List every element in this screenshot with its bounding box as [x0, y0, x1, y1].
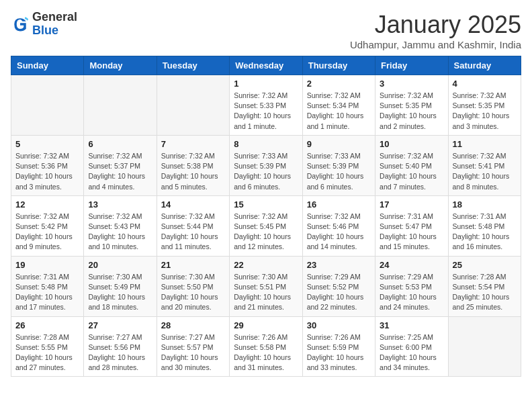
day-number: 11: [453, 139, 517, 149]
day-number: 5: [15, 139, 79, 149]
weekday-header-tuesday: Tuesday: [157, 56, 229, 75]
calendar-cell: 25Sunrise: 7:28 AM Sunset: 5:54 PM Dayli…: [448, 256, 521, 316]
day-number: 31: [380, 320, 443, 330]
day-info: Sunrise: 7:30 AM Sunset: 5:50 PM Dayligh…: [161, 272, 225, 313]
calendar-cell: [448, 316, 521, 377]
day-info: Sunrise: 7:33 AM Sunset: 5:39 PM Dayligh…: [307, 151, 371, 192]
day-number: 23: [307, 260, 371, 270]
weekday-header-saturday: Saturday: [448, 56, 521, 75]
calendar-cell: 13Sunrise: 7:32 AM Sunset: 5:43 PM Dayli…: [84, 195, 157, 256]
day-number: 12: [15, 199, 79, 210]
calendar-cell: [11, 75, 84, 136]
day-number: 3: [380, 79, 443, 89]
calendar-cell: 4Sunrise: 7:32 AM Sunset: 5:35 PM Daylig…: [448, 75, 521, 136]
day-info: Sunrise: 7:32 AM Sunset: 5:38 PM Dayligh…: [161, 151, 225, 192]
weekday-header-friday: Friday: [375, 56, 448, 75]
day-number: 22: [234, 260, 298, 270]
calendar-week-1: 1Sunrise: 7:32 AM Sunset: 5:33 PM Daylig…: [11, 75, 521, 136]
calendar-cell: 23Sunrise: 7:29 AM Sunset: 5:52 PM Dayli…: [302, 256, 375, 316]
day-info: Sunrise: 7:32 AM Sunset: 5:34 PM Dayligh…: [307, 91, 371, 132]
day-number: 27: [88, 320, 152, 330]
calendar-cell: 21Sunrise: 7:30 AM Sunset: 5:50 PM Dayli…: [157, 256, 229, 316]
day-number: 4: [453, 79, 517, 89]
day-info: Sunrise: 7:32 AM Sunset: 5:35 PM Dayligh…: [453, 91, 517, 132]
weekday-header-wednesday: Wednesday: [230, 56, 302, 75]
day-info: Sunrise: 7:30 AM Sunset: 5:49 PM Dayligh…: [88, 272, 152, 313]
day-info: Sunrise: 7:32 AM Sunset: 5:41 PM Dayligh…: [453, 151, 517, 192]
calendar-cell: 7Sunrise: 7:32 AM Sunset: 5:38 PM Daylig…: [157, 135, 229, 195]
calendar-cell: 15Sunrise: 7:32 AM Sunset: 5:45 PM Dayli…: [230, 195, 302, 256]
calendar-cell: 2Sunrise: 7:32 AM Sunset: 5:34 PM Daylig…: [302, 75, 375, 136]
calendar-cell: [157, 75, 229, 136]
calendar-cell: 22Sunrise: 7:30 AM Sunset: 5:51 PM Dayli…: [230, 256, 302, 316]
day-number: 28: [161, 320, 225, 330]
day-info: Sunrise: 7:32 AM Sunset: 5:37 PM Dayligh…: [88, 151, 152, 192]
calendar-cell: 17Sunrise: 7:31 AM Sunset: 5:47 PM Dayli…: [375, 195, 448, 256]
day-number: 16: [307, 199, 371, 210]
day-info: Sunrise: 7:27 AM Sunset: 5:57 PM Dayligh…: [161, 332, 225, 373]
calendar-cell: 12Sunrise: 7:32 AM Sunset: 5:42 PM Dayli…: [11, 195, 84, 256]
day-info: Sunrise: 7:32 AM Sunset: 5:43 PM Dayligh…: [88, 212, 152, 253]
day-info: Sunrise: 7:25 AM Sunset: 6:00 PM Dayligh…: [380, 332, 443, 373]
day-number: 30: [307, 320, 371, 330]
weekday-header-monday: Monday: [84, 56, 157, 75]
calendar-cell: 10Sunrise: 7:32 AM Sunset: 5:40 PM Dayli…: [375, 135, 448, 195]
page-header: General Blue January 2025 Udhampur, Jamm…: [11, 11, 521, 50]
day-info: Sunrise: 7:32 AM Sunset: 5:33 PM Dayligh…: [234, 91, 298, 132]
calendar-cell: 31Sunrise: 7:25 AM Sunset: 6:00 PM Dayli…: [375, 316, 448, 377]
calendar-cell: 27Sunrise: 7:27 AM Sunset: 5:56 PM Dayli…: [84, 316, 157, 377]
weekday-header-row: SundayMondayTuesdayWednesdayThursdayFrid…: [11, 56, 521, 75]
day-info: Sunrise: 7:32 AM Sunset: 5:40 PM Dayligh…: [380, 151, 443, 192]
day-number: 26: [15, 320, 79, 330]
day-info: Sunrise: 7:27 AM Sunset: 5:56 PM Dayligh…: [88, 332, 152, 373]
day-info: Sunrise: 7:32 AM Sunset: 5:35 PM Dayligh…: [380, 91, 443, 132]
day-number: 18: [453, 199, 517, 210]
calendar-cell: 26Sunrise: 7:28 AM Sunset: 5:55 PM Dayli…: [11, 316, 84, 377]
day-info: Sunrise: 7:32 AM Sunset: 5:36 PM Dayligh…: [15, 151, 79, 192]
day-number: 20: [88, 260, 152, 270]
day-info: Sunrise: 7:32 AM Sunset: 5:46 PM Dayligh…: [307, 212, 371, 253]
month-title: January 2025: [350, 11, 521, 39]
logo-icon: [11, 15, 30, 34]
calendar-cell: 30Sunrise: 7:26 AM Sunset: 5:59 PM Dayli…: [302, 316, 375, 377]
calendar-table: SundayMondayTuesdayWednesdayThursdayFrid…: [11, 56, 521, 377]
day-number: 2: [307, 79, 371, 89]
calendar-cell: 3Sunrise: 7:32 AM Sunset: 5:35 PM Daylig…: [375, 75, 448, 136]
calendar-week-3: 12Sunrise: 7:32 AM Sunset: 5:42 PM Dayli…: [11, 195, 521, 256]
weekday-header-thursday: Thursday: [302, 56, 375, 75]
day-info: Sunrise: 7:31 AM Sunset: 5:47 PM Dayligh…: [380, 212, 443, 253]
title-area: January 2025 Udhampur, Jammu and Kashmir…: [350, 11, 521, 50]
logo-general: General: [32, 10, 77, 24]
day-info: Sunrise: 7:26 AM Sunset: 5:59 PM Dayligh…: [307, 332, 371, 373]
day-info: Sunrise: 7:31 AM Sunset: 5:48 PM Dayligh…: [453, 212, 517, 253]
day-info: Sunrise: 7:32 AM Sunset: 5:42 PM Dayligh…: [15, 212, 79, 253]
logo-text: General Blue: [32, 11, 77, 38]
day-number: 8: [234, 139, 298, 149]
calendar-cell: 24Sunrise: 7:29 AM Sunset: 5:53 PM Dayli…: [375, 256, 448, 316]
calendar-week-5: 26Sunrise: 7:28 AM Sunset: 5:55 PM Dayli…: [11, 316, 521, 377]
day-info: Sunrise: 7:33 AM Sunset: 5:39 PM Dayligh…: [234, 151, 298, 192]
calendar-week-2: 5Sunrise: 7:32 AM Sunset: 5:36 PM Daylig…: [11, 135, 521, 195]
calendar-cell: 28Sunrise: 7:27 AM Sunset: 5:57 PM Dayli…: [157, 316, 229, 377]
day-info: Sunrise: 7:32 AM Sunset: 5:45 PM Dayligh…: [234, 212, 298, 253]
calendar-cell: 18Sunrise: 7:31 AM Sunset: 5:48 PM Dayli…: [448, 195, 521, 256]
calendar-week-4: 19Sunrise: 7:31 AM Sunset: 5:48 PM Dayli…: [11, 256, 521, 316]
day-number: 10: [380, 139, 443, 149]
calendar-cell: 11Sunrise: 7:32 AM Sunset: 5:41 PM Dayli…: [448, 135, 521, 195]
day-number: 15: [234, 199, 298, 210]
day-number: 19: [15, 260, 79, 270]
calendar-cell: 8Sunrise: 7:33 AM Sunset: 5:39 PM Daylig…: [230, 135, 302, 195]
day-info: Sunrise: 7:32 AM Sunset: 5:44 PM Dayligh…: [161, 212, 225, 253]
day-info: Sunrise: 7:28 AM Sunset: 5:54 PM Dayligh…: [453, 272, 517, 313]
day-info: Sunrise: 7:26 AM Sunset: 5:58 PM Dayligh…: [234, 332, 298, 373]
day-number: 25: [453, 260, 517, 270]
day-info: Sunrise: 7:29 AM Sunset: 5:53 PM Dayligh…: [380, 272, 443, 313]
calendar-cell: 6Sunrise: 7:32 AM Sunset: 5:37 PM Daylig…: [84, 135, 157, 195]
weekday-header-sunday: Sunday: [11, 56, 84, 75]
logo-blue: Blue: [32, 24, 58, 37]
day-info: Sunrise: 7:28 AM Sunset: 5:55 PM Dayligh…: [15, 332, 79, 373]
day-number: 13: [88, 199, 152, 210]
day-info: Sunrise: 7:30 AM Sunset: 5:51 PM Dayligh…: [234, 272, 298, 313]
day-number: 9: [307, 139, 371, 149]
day-number: 1: [234, 79, 298, 89]
